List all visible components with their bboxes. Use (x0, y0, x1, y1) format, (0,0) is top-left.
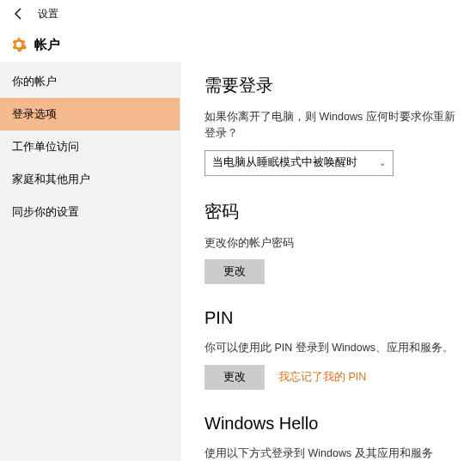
sidebar-item-label: 登录选项 (12, 107, 57, 120)
back-button[interactable] (9, 3, 29, 24)
chevron-down-icon: ⌄ (379, 158, 386, 167)
sidebar-item-sync-settings[interactable]: 同步你的设置 (0, 196, 180, 228)
arrow-left-icon (12, 7, 26, 21)
hello-description: 使用以下方式登录到 Windows 及其应用和服务 (204, 446, 459, 461)
gear-icon (10, 36, 27, 53)
page-title: 帐户 (34, 37, 60, 53)
password-description: 更改你的帐户密码 (204, 235, 459, 252)
sidebar-item-label: 同步你的设置 (12, 205, 79, 218)
window-title: 设置 (38, 7, 58, 21)
pin-description: 你可以使用此 PIN 登录到 Windows、应用和服务。 (204, 340, 459, 356)
sidebar-item-your-account[interactable]: 你的帐户 (0, 65, 180, 98)
section-title-pin: PIN (204, 308, 459, 328)
section-title-signin: 需要登录 (204, 74, 459, 97)
sidebar-item-signin-options[interactable]: 登录选项 (0, 98, 180, 130)
password-change-button[interactable]: 更改 (204, 259, 265, 284)
signin-require-select[interactable]: 当电脑从睡眠模式中被唤醒时 ⌄ (204, 150, 394, 176)
signin-description: 如果你离开了电脑，则 Windows 应何时要求你重新登录？ (204, 109, 459, 142)
sidebar-item-label: 你的帐户 (12, 75, 57, 88)
select-value: 当电脑从睡眠模式中被唤醒时 (212, 155, 357, 170)
section-title-password: 密码 (204, 200, 459, 223)
content-area: 需要登录 如果你离开了电脑，则 Windows 应何时要求你重新登录？ 当电脑从… (180, 62, 476, 461)
section-title-hello: Windows Hello (204, 414, 459, 434)
sidebar-item-family-users[interactable]: 家庭和其他用户 (0, 163, 180, 196)
sidebar-item-work-access[interactable]: 工作单位访问 (0, 130, 180, 163)
pin-forgot-link[interactable]: 我忘记了我的 PIN (278, 370, 366, 385)
sidebar-item-label: 家庭和其他用户 (12, 173, 90, 185)
sidebar: 你的帐户 登录选项 工作单位访问 家庭和其他用户 同步你的设置 (0, 62, 180, 461)
sidebar-item-label: 工作单位访问 (12, 140, 79, 153)
pin-change-button[interactable]: 更改 (204, 365, 265, 390)
